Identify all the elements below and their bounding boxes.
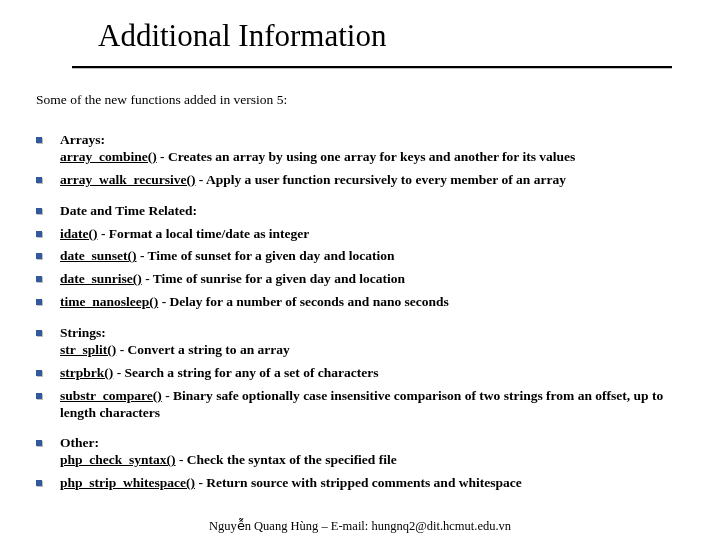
group-heading: Strings: — [60, 325, 290, 342]
function-desc: - Format a local time/date as integer — [98, 226, 310, 241]
list-item: substr_compare() - Binary safe optionall… — [36, 388, 690, 422]
bullet-icon — [36, 137, 42, 143]
function-name: idate() — [60, 226, 98, 241]
group-heading: Date and Time Related: — [60, 203, 197, 220]
bullet-icon — [36, 231, 42, 237]
function-name: php_check_syntax() — [60, 452, 176, 467]
function-desc: - Time of sunrise for a given day and lo… — [142, 271, 405, 286]
list-item: php_strip_whitespace() - Return source w… — [36, 475, 690, 492]
function-name: strpbrk() — [60, 365, 113, 380]
group: Other:php_check_syntax() - Check the syn… — [36, 435, 690, 492]
slide-title: Additional Information — [98, 18, 720, 54]
function-name: array_combine() — [60, 149, 157, 164]
bullet-icon — [36, 370, 42, 376]
list-item: strpbrk() - Search a string for any of a… — [36, 365, 690, 382]
list-item: Strings:str_split() - Convert a string t… — [36, 325, 690, 359]
function-desc: - Convert a string to an array — [116, 342, 290, 357]
bullet-icon — [36, 208, 42, 214]
group-heading: Arrays: — [60, 132, 575, 149]
bullet-icon — [36, 253, 42, 259]
group: Arrays:array_combine() - Creates an arra… — [36, 132, 690, 189]
list-item: date_sunset() - Time of sunset for a giv… — [36, 248, 690, 265]
function-name: substr_compare() — [60, 388, 162, 403]
bullet-icon — [36, 177, 42, 183]
function-name: date_sunrise() — [60, 271, 142, 286]
function-desc: - Time of sunset for a given day and loc… — [137, 248, 395, 263]
bullet-icon — [36, 330, 42, 336]
bullet-icon — [36, 393, 42, 399]
function-name: str_split() — [60, 342, 116, 357]
function-desc: - Search a string for any of a set of ch… — [113, 365, 378, 380]
list-item: time_nanosleep() - Delay for a number of… — [36, 294, 690, 311]
intro-text: Some of the new functions added in versi… — [0, 68, 720, 108]
bullet-icon — [36, 276, 42, 282]
function-desc: - Apply a user function recursively to e… — [195, 172, 565, 187]
content-area: Arrays:array_combine() - Creates an arra… — [0, 108, 720, 492]
bullet-icon — [36, 480, 42, 486]
list-item: array_walk_recursive() - Apply a user fu… — [36, 172, 690, 189]
function-desc: - Delay for a number of seconds and nano… — [158, 294, 449, 309]
footer-text: Nguyễn Quang Hùng – E-mail: hungnq2@dit.… — [0, 518, 720, 534]
list-item: date_sunrise() - Time of sunrise for a g… — [36, 271, 690, 288]
function-name: array_walk_recursive() — [60, 172, 195, 187]
list-item: idate() - Format a local time/date as in… — [36, 226, 690, 243]
group-heading: Other: — [60, 435, 397, 452]
function-desc: - Return source with stripped comments a… — [195, 475, 522, 490]
list-item: Arrays:array_combine() - Creates an arra… — [36, 132, 690, 166]
bullet-icon — [36, 440, 42, 446]
list-item: Date and Time Related: — [36, 203, 690, 220]
function-desc: - Creates an array by using one array fo… — [157, 149, 576, 164]
function-name: time_nanosleep() — [60, 294, 158, 309]
function-name: date_sunset() — [60, 248, 137, 263]
function-name: php_strip_whitespace() — [60, 475, 195, 490]
function-desc: - Check the syntax of the specified file — [176, 452, 397, 467]
group: Date and Time Related:idate() - Format a… — [36, 203, 690, 311]
bullet-icon — [36, 299, 42, 305]
group: Strings:str_split() - Convert a string t… — [36, 325, 690, 421]
list-item: Other:php_check_syntax() - Check the syn… — [36, 435, 690, 469]
